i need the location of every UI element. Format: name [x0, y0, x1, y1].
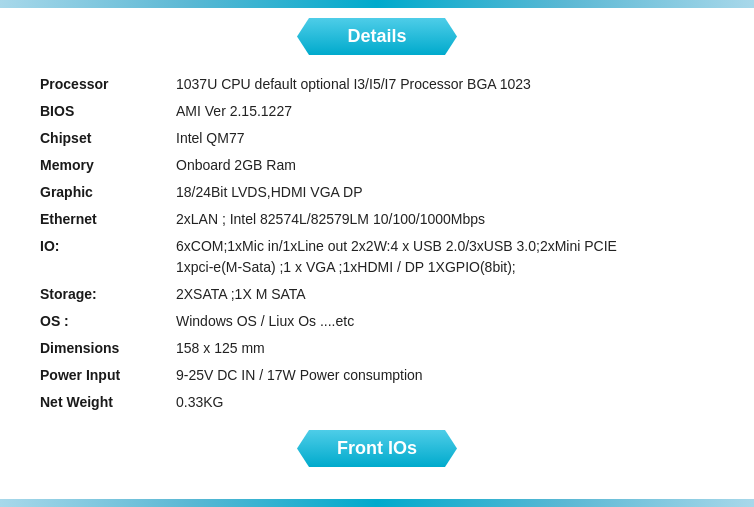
spec-label: IO:	[40, 233, 170, 281]
table-row: OS :Windows OS / Liux Os ....etc	[40, 308, 714, 335]
table-row: MemoryOnboard 2GB Ram	[40, 152, 714, 179]
spec-label: Memory	[40, 152, 170, 179]
spec-label: Chipset	[40, 125, 170, 152]
spec-label: Graphic	[40, 179, 170, 206]
spec-table: Processor1037U CPU default optional I3/I…	[40, 71, 714, 416]
table-row: BIOSAMI Ver 2.15.1227	[40, 98, 714, 125]
spec-value: Onboard 2GB Ram	[170, 152, 714, 179]
table-row: Graphic18/24Bit LVDS,HDMI VGA DP	[40, 179, 714, 206]
spec-label: BIOS	[40, 98, 170, 125]
front-ios-banner: Front IOs	[0, 430, 754, 467]
table-row: Net Weight0.33KG	[40, 389, 714, 416]
spec-label: Processor	[40, 71, 170, 98]
spec-value: 0.33KG	[170, 389, 714, 416]
spec-value: 18/24Bit LVDS,HDMI VGA DP	[170, 179, 714, 206]
table-row: IO:6xCOM;1xMic in/1xLine out 2x2W:4 x US…	[40, 233, 714, 281]
spec-value: Windows OS / Liux Os ....etc	[170, 308, 714, 335]
top-border	[0, 0, 754, 8]
spec-content: Processor1037U CPU default optional I3/I…	[0, 71, 754, 416]
spec-label: Ethernet	[40, 206, 170, 233]
spec-value: 2xLAN ; Intel 82574L/82579LM 10/100/1000…	[170, 206, 714, 233]
spec-value: AMI Ver 2.15.1227	[170, 98, 714, 125]
spec-value: 1037U CPU default optional I3/I5/I7 Proc…	[170, 71, 714, 98]
table-row: Dimensions158 x 125 mm	[40, 335, 714, 362]
spec-label: OS :	[40, 308, 170, 335]
table-row: Processor1037U CPU default optional I3/I…	[40, 71, 714, 98]
spec-value: 158 x 125 mm	[170, 335, 714, 362]
details-banner: Details	[0, 18, 754, 55]
table-row: ChipsetIntel QM77	[40, 125, 714, 152]
table-row: Ethernet2xLAN ; Intel 82574L/82579LM 10/…	[40, 206, 714, 233]
spec-label: Storage:	[40, 281, 170, 308]
spec-value: 9-25V DC IN / 17W Power consumption	[170, 362, 714, 389]
bottom-border	[0, 499, 754, 507]
table-row: Power Input9-25V DC IN / 17W Power consu…	[40, 362, 714, 389]
spec-value: Intel QM77	[170, 125, 714, 152]
table-row: Storage:2XSATA ;1X M SATA	[40, 281, 714, 308]
spec-label: Net Weight	[40, 389, 170, 416]
spec-label: Dimensions	[40, 335, 170, 362]
details-title: Details	[297, 18, 457, 55]
front-ios-title: Front IOs	[297, 430, 457, 467]
spec-value: 2XSATA ;1X M SATA	[170, 281, 714, 308]
spec-label: Power Input	[40, 362, 170, 389]
spec-value: 6xCOM;1xMic in/1xLine out 2x2W:4 x USB 2…	[170, 233, 714, 281]
